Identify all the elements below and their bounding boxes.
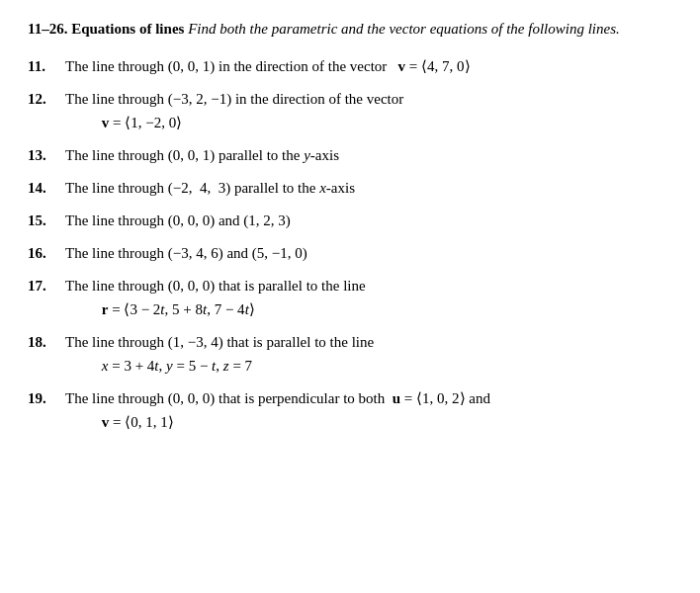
problems-list: 11.The line through (0, 0, 1) in the dir… xyxy=(28,54,672,434)
problem-line: The line through (0, 0, 1) parallel to t… xyxy=(65,147,339,163)
section-header: 11–26. Equations of lines Find both the … xyxy=(28,18,672,41)
problem-number: 16. xyxy=(28,241,65,265)
problem-content: The line through (0, 0, 1) parallel to t… xyxy=(65,143,672,167)
problem-content: The line through (0, 0, 1) in the direct… xyxy=(65,54,672,78)
problem-content: The line through (0, 0, 0) and (1, 2, 3) xyxy=(65,209,672,232)
problem-line: The line through (−3, 4, 6) and (5, −1, … xyxy=(65,245,307,261)
problem-item: 16.The line through (−3, 4, 6) and (5, −… xyxy=(28,241,672,265)
problem-line: The line through (0, 0, 0) that is perpe… xyxy=(65,390,490,406)
problem-content: The line through (0, 0, 0) that is perpe… xyxy=(65,386,672,434)
problem-line: The line through (0, 0, 1) in the direct… xyxy=(65,58,471,74)
problem-content: The line through (−3, 2, −1) in the dire… xyxy=(65,87,672,134)
problem-line: r = ⟨3 − 2t, 5 + 8t, 7 − 4t⟩ xyxy=(65,297,672,321)
problem-number: 17. xyxy=(28,274,65,297)
problem-item: 11.The line through (0, 0, 1) in the dir… xyxy=(28,54,672,78)
problem-line: The line through (0, 0, 0) that is paral… xyxy=(65,278,366,294)
problem-content: The line through (−3, 4, 6) and (5, −1, … xyxy=(65,241,672,265)
problem-line: x = 3 + 4t, y = 5 − t, z = 7 xyxy=(65,354,672,378)
problem-number: 12. xyxy=(28,87,65,111)
problem-number: 13. xyxy=(28,143,65,167)
problem-number: 11. xyxy=(28,54,65,78)
section-title: 11–26. Equations of lines xyxy=(28,21,184,37)
problem-number: 19. xyxy=(28,386,65,410)
problem-line: v = ⟨1, −2, 0⟩ xyxy=(65,111,672,134)
problem-line: The line through (−2, 4, 3) parallel to … xyxy=(65,180,355,196)
problem-item: 13.The line through (0, 0, 1) parallel t… xyxy=(28,143,672,167)
problem-content: The line through (−2, 4, 3) parallel to … xyxy=(65,176,672,200)
problem-number: 18. xyxy=(28,330,65,354)
problem-line: The line through (0, 0, 0) and (1, 2, 3) xyxy=(65,212,291,228)
section-subtitle: Find both the parametric and the vector … xyxy=(184,21,619,37)
problem-line: The line through (−3, 2, −1) in the dire… xyxy=(65,91,403,107)
problem-item: 19.The line through (0, 0, 0) that is pe… xyxy=(28,386,672,434)
problem-item: 18.The line through (1, −3, 4) that is p… xyxy=(28,330,672,378)
problem-item: 12.The line through (−3, 2, −1) in the d… xyxy=(28,87,672,134)
problem-content: The line through (1, −3, 4) that is para… xyxy=(65,330,672,378)
problem-number: 14. xyxy=(28,176,65,200)
problem-item: 14.The line through (−2, 4, 3) parallel … xyxy=(28,176,672,200)
problem-number: 15. xyxy=(28,209,65,232)
problem-item: 15.The line through (0, 0, 0) and (1, 2,… xyxy=(28,209,672,232)
problem-item: 17.The line through (0, 0, 0) that is pa… xyxy=(28,274,672,321)
problem-line: The line through (1, −3, 4) that is para… xyxy=(65,334,374,350)
problem-content: The line through (0, 0, 0) that is paral… xyxy=(65,274,672,321)
problem-line: v = ⟨0, 1, 1⟩ xyxy=(65,410,672,434)
page: 11–26. Equations of lines Find both the … xyxy=(0,0,700,593)
